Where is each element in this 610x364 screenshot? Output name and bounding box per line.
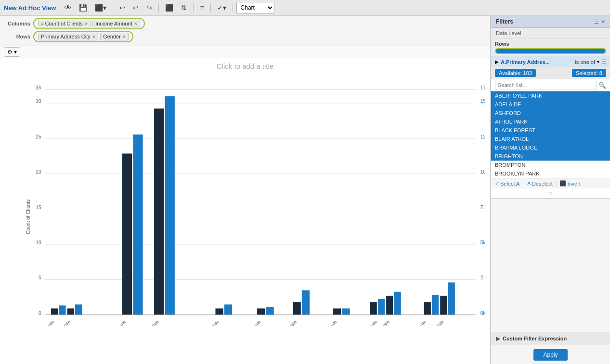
svg-text:17.5k: 17.5k bbox=[480, 85, 485, 90]
gender-remove[interactable]: × bbox=[123, 34, 126, 39]
gear-button[interactable]: ⚙ ▾ bbox=[4, 47, 20, 57]
undo2-button[interactable]: ↩ bbox=[130, 2, 142, 13]
income-amount-remove[interactable]: × bbox=[134, 21, 137, 26]
redo-button[interactable]: ↪ bbox=[143, 2, 155, 13]
export-button[interactable]: ⬛▾ bbox=[92, 2, 109, 13]
chart-type-select[interactable]: Chart Table Crosstab bbox=[236, 2, 274, 13]
deselect-label: Deselect bbox=[532, 181, 553, 187]
filter-list: ABERFOYLE PARK ADELAIDE ASHFORD ATHOL PA… bbox=[491, 91, 610, 178]
bar bbox=[333, 308, 341, 314]
bar bbox=[51, 308, 58, 314]
svg-text:20: 20 bbox=[36, 169, 41, 175]
data-level-label: Data Level bbox=[491, 28, 610, 39]
rows-chips: Primary Address City × Gender × bbox=[33, 31, 133, 42]
bar bbox=[378, 299, 385, 315]
filter-condition-label: is one of bbox=[575, 59, 595, 65]
list-item[interactable]: BLACK FOREST bbox=[491, 126, 610, 135]
eye-button[interactable]: 👁 bbox=[62, 2, 74, 13]
list-item[interactable]: BROOKLYN PARK bbox=[491, 169, 610, 178]
bar bbox=[257, 308, 265, 314]
list-button[interactable]: ≡ bbox=[197, 2, 207, 13]
deselect-button[interactable]: ✕ Deselect bbox=[527, 180, 553, 187]
list-item[interactable]: BRAHMA LODGE bbox=[491, 143, 610, 152]
svg-text:Female: Female bbox=[41, 319, 55, 325]
gender-chip[interactable]: Gender × bbox=[100, 33, 129, 40]
filters-panel: Filters ☰ ✕ Data Level Rows ▶ A.Primary … bbox=[491, 16, 610, 364]
filter-search-input[interactable] bbox=[495, 81, 597, 89]
primary-address-chip[interactable]: Primary Address City × bbox=[38, 33, 98, 40]
gear-area: ⚙ ▾ bbox=[0, 46, 490, 58]
gender-label: Gender bbox=[103, 34, 121, 39]
svg-text:5k: 5k bbox=[480, 240, 485, 245]
invert-button[interactable]: ⬛ Invert bbox=[559, 180, 581, 187]
toolbar: 👁 💾 ⬛▾ ↩ ↩ ↪ ⬛ ⇅ ≡ ✓▾ Chart Table Crosst… bbox=[62, 2, 274, 13]
count-clients-label: Count of Clients bbox=[45, 21, 83, 26]
list-item[interactable]: ATHOL PARK bbox=[491, 117, 610, 126]
filters-header: Filters ☰ ✕ bbox=[491, 16, 610, 28]
bar bbox=[432, 295, 439, 315]
rows-blue-fill bbox=[497, 50, 594, 52]
sort-button[interactable]: ⇅ bbox=[178, 2, 190, 13]
list-item[interactable]: BLAIR ATHOL bbox=[491, 135, 610, 143]
app-header: New Ad Hoc View 👁 💾 ⬛▾ ↩ ↩ ↪ ⬛ ⇅ ≡ ✓▾ Ch… bbox=[0, 0, 610, 16]
filter-section-header[interactable]: ▶ A.Primary Addres... is one of ▾ ☰ bbox=[491, 56, 610, 67]
x-icon: ✕ bbox=[527, 180, 531, 187]
filters-icon-2[interactable]: ✕ bbox=[601, 19, 605, 25]
filter-tab-selected[interactable]: Selected: 8 bbox=[572, 69, 606, 77]
select-all-label: Select A bbox=[500, 181, 519, 187]
list-item[interactable]: ASHFORD bbox=[491, 109, 610, 117]
check-icon-small: ✓ bbox=[495, 180, 499, 187]
income-amount-chip[interactable]: Income Amount × bbox=[92, 20, 140, 27]
chart-svg: 0 5 10 15 20 25 30 35 Count of Clients bbox=[24, 79, 485, 326]
bar bbox=[59, 305, 65, 314]
custom-filter-title: Custom Filter Expression bbox=[503, 336, 567, 341]
list-item[interactable]: BRIGHTON bbox=[491, 152, 610, 161]
select-all-button[interactable]: ✓ Select A bbox=[495, 180, 519, 187]
filter-tab-available[interactable]: Available: 103 bbox=[495, 69, 536, 77]
columns-chips: # Count of Clients × Income Amount × bbox=[33, 18, 145, 29]
filters-icon-1[interactable]: ☰ bbox=[594, 19, 599, 25]
bar bbox=[133, 135, 143, 315]
rows-blue-indicator bbox=[495, 48, 606, 54]
filter-options-icon[interactable]: ☰ bbox=[601, 59, 606, 65]
list-item[interactable]: ABERFOYLE PARK bbox=[491, 91, 610, 100]
undo-button[interactable]: ↩ bbox=[117, 2, 128, 13]
check-button[interactable]: ✓▾ bbox=[214, 2, 229, 13]
count-clients-remove[interactable]: × bbox=[85, 21, 88, 26]
filter-equals: = bbox=[491, 188, 610, 198]
custom-filter-section: ▶ Custom Filter Expression Apply bbox=[491, 332, 610, 364]
chart-title[interactable]: Click to add a title bbox=[0, 58, 490, 74]
app-title: New Ad Hoc View bbox=[4, 4, 56, 12]
svg-text:Male: Male bbox=[150, 319, 160, 325]
bar bbox=[293, 302, 300, 314]
apply-button[interactable]: Apply bbox=[533, 349, 567, 361]
svg-text:Female: Female bbox=[113, 319, 127, 325]
count-clients-chip[interactable]: # Count of Clients × bbox=[38, 20, 91, 27]
filter-actions: ✓ Select A | ✕ Deselect | ⬛ Invert bbox=[491, 178, 610, 188]
primary-address-remove[interactable]: × bbox=[92, 34, 95, 39]
svg-text:5: 5 bbox=[39, 275, 41, 280]
bar bbox=[266, 307, 273, 314]
save-button[interactable]: 💾 bbox=[76, 2, 90, 13]
svg-text:10k: 10k bbox=[480, 169, 485, 175]
filter-condition-dropdown[interactable]: ▾ bbox=[597, 59, 599, 64]
custom-filter-header[interactable]: ▶ Custom Filter Expression bbox=[491, 332, 610, 345]
hash-icon: # bbox=[41, 21, 44, 26]
income-amount-label: Income Amount bbox=[95, 21, 132, 26]
bar bbox=[370, 302, 377, 314]
chart-container: 0 5 10 15 20 25 30 35 Count of Clients bbox=[0, 74, 490, 364]
chart-panel: Columns # Count of Clients × Income Amou… bbox=[0, 16, 491, 364]
svg-text:Female: Female bbox=[248, 319, 262, 325]
columns-row: Columns # Count of Clients × Income Amou… bbox=[4, 18, 486, 29]
search-icon: 🔍 bbox=[598, 82, 606, 89]
fields-bar: Columns # Count of Clients × Income Amou… bbox=[0, 16, 490, 46]
list-item[interactable]: ADELAIDE bbox=[491, 100, 610, 109]
toolbar-sep-5 bbox=[233, 3, 233, 12]
bar bbox=[302, 290, 310, 315]
bar bbox=[448, 282, 455, 314]
bar bbox=[424, 302, 431, 314]
filter-section-title: A.Primary Addres... bbox=[501, 59, 550, 65]
copy-button[interactable]: ⬛ bbox=[162, 2, 176, 13]
svg-text:Female: Female bbox=[284, 319, 298, 325]
list-item[interactable]: BROMPTON bbox=[491, 161, 610, 169]
